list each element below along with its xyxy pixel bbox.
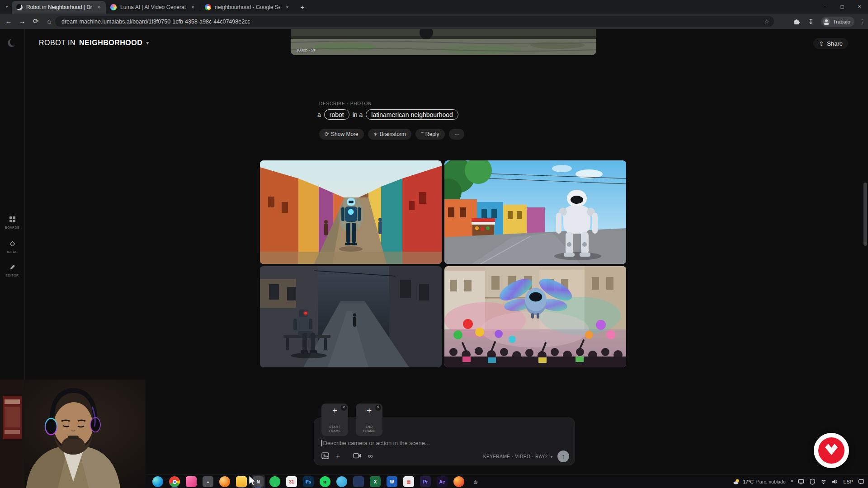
generated-image-2[interactable] xyxy=(444,160,626,264)
tab-google-search[interactable]: neighbourhood - Google Searc × xyxy=(200,1,294,14)
tab-dream-machine[interactable]: Robot in Neighborhood | Drea × xyxy=(12,1,106,14)
extensions-icon[interactable] xyxy=(793,18,800,25)
video-mode-icon[interactable] xyxy=(353,453,361,459)
home-button[interactable]: ⌂ xyxy=(43,17,55,25)
floating-logo-button[interactable] xyxy=(814,433,849,468)
maximize-button[interactable]: □ xyxy=(834,0,851,14)
taskbar-app-premiere[interactable]: Pr xyxy=(420,476,431,487)
address-bar[interactable]: dream-machine.lumalabs.ai/board/1f3f0750… xyxy=(55,16,774,27)
streamer-webcam-image xyxy=(0,380,146,488)
luma-color-favicon xyxy=(110,4,117,10)
bookmark-star-icon[interactable]: ☆ xyxy=(764,18,769,25)
prompt-input-placeholder: Describe camera or action in the scene..… xyxy=(323,440,430,446)
weather-widget[interactable]: 17°C Parc. nublado xyxy=(733,479,785,485)
weather-icon xyxy=(733,479,740,485)
board-title-text: ROBOT IN xyxy=(39,39,75,47)
taskbar-app-spotify[interactable]: ≋ xyxy=(320,476,330,487)
reply-button[interactable]: ”” Reply xyxy=(415,129,445,140)
taskbar-app-office-hub[interactable]: ▦ xyxy=(403,476,414,487)
luma-logo-icon[interactable] xyxy=(7,38,17,48)
tab-close-icon[interactable]: × xyxy=(284,4,291,11)
taskbar-app-browser-orange[interactable] xyxy=(219,476,230,487)
profile-name: Trabajo xyxy=(833,19,850,24)
profile-chip[interactable]: Trabajo xyxy=(821,17,854,27)
reload-button[interactable]: ⟳ xyxy=(30,17,42,25)
share-icon: ⇧ xyxy=(819,40,824,47)
sidebar-item-editor[interactable]: EDITOR xyxy=(0,264,24,277)
scene-prompt-input[interactable]: Describe camera or action in the scene..… xyxy=(321,438,430,448)
back-button[interactable]: ← xyxy=(3,17,14,25)
generated-image-1[interactable] xyxy=(260,160,442,264)
taskbar-app-firefox[interactable] xyxy=(453,476,464,487)
taskbar-app-word[interactable]: W xyxy=(387,476,397,487)
add-asset-icon[interactable]: + xyxy=(336,453,340,459)
tab-title: Luma AI | AI Video Generation xyxy=(120,4,186,10)
system-tray: 17°C Parc. nublado ^ ESP xyxy=(733,475,864,488)
share-button[interactable]: ⇧ Share xyxy=(813,38,848,49)
taskbar-app-green-chat[interactable] xyxy=(269,476,280,487)
sidebar-item-ideas[interactable]: IDEAS xyxy=(0,240,24,253)
sidebar-item-label: IDEAS xyxy=(0,250,24,253)
security-shield-icon[interactable] xyxy=(809,479,816,485)
loop-icon[interactable]: ∞ xyxy=(368,453,373,459)
taskbar-app-calculator[interactable]: = xyxy=(203,476,213,487)
prompt-composer: + START FRAME × + END FRAME × Describe c… xyxy=(314,418,575,465)
taskbar-app-after-effects[interactable]: Ae xyxy=(437,476,448,487)
generated-image-4[interactable] xyxy=(444,266,626,367)
prompt-text[interactable]: a robot in a latinamerican neighbourhood xyxy=(317,109,458,120)
taskbar-app-file-explorer[interactable] xyxy=(236,476,247,487)
start-frame-card[interactable]: + START FRAME × xyxy=(321,404,348,436)
new-tab-button[interactable]: + xyxy=(297,2,308,13)
reply-icon: ”” xyxy=(421,131,423,137)
tab-close-icon[interactable]: × xyxy=(95,4,102,11)
add-image-icon[interactable] xyxy=(321,452,329,459)
url-text[interactable]: dream-machine.lumalabs.ai/board/1f3f0750… xyxy=(61,19,764,25)
taskbar-app-telegram[interactable] xyxy=(336,476,347,487)
tab-luma-ai[interactable]: Luma AI | AI Video Generation × xyxy=(106,1,200,14)
remove-end-frame-icon[interactable]: × xyxy=(375,405,381,411)
brainstorm-button[interactable]: ∗ Brainstorm xyxy=(368,129,411,140)
show-more-button[interactable]: ⟳ Show More xyxy=(319,129,364,140)
mode-selector[interactable]: KEYFRAME · VIDEO · RAY2 ▾ xyxy=(483,454,553,459)
prompt-token-robot[interactable]: robot xyxy=(324,109,349,120)
volume-icon[interactable] xyxy=(832,479,838,485)
taskbar-app-excel[interactable]: X xyxy=(370,476,381,487)
tab-close-icon[interactable]: × xyxy=(189,4,196,11)
taskbar-app-edge[interactable] xyxy=(152,476,163,487)
notifications-icon[interactable] xyxy=(858,479,864,485)
hidden-icons-chevron[interactable]: ^ xyxy=(791,479,793,484)
video-quality-badge: 1080p · 5s xyxy=(296,48,316,52)
chevron-down-icon: ▾ xyxy=(146,40,149,46)
taskbar-apps: =N31Ps≋XW▦PrAe◎ xyxy=(152,476,481,487)
board-title[interactable]: ROBOT IN NEIGHBORHOOD ▾ xyxy=(39,39,149,47)
taskbar-app-calendar[interactable]: 31 xyxy=(286,476,297,487)
sidebar-item-boards[interactable]: BOARDS xyxy=(0,216,24,229)
keyboard-language[interactable]: ESP xyxy=(843,479,853,484)
remove-start-frame-icon[interactable]: × xyxy=(341,405,347,411)
page-scrollbar[interactable] xyxy=(863,183,867,246)
video-player[interactable]: 1080p · 5s xyxy=(291,29,596,55)
prompt-token-neighbourhood[interactable]: latinamerican neighbourhood xyxy=(366,109,458,120)
generate-button[interactable]: ↑ xyxy=(557,450,569,462)
flying-robot-festival-image xyxy=(444,266,626,367)
taskbar-app-obs[interactable]: ◎ xyxy=(470,476,481,487)
taskbar-app-photoshop[interactable]: Ps xyxy=(303,476,314,487)
taskbar-app-chrome[interactable] xyxy=(169,476,180,487)
generation-grid xyxy=(260,160,626,367)
end-frame-card[interactable]: + END FRAME × xyxy=(356,404,382,436)
red-v-logo-icon xyxy=(814,433,849,468)
display-cast-icon[interactable] xyxy=(798,479,804,485)
generated-image-3[interactable] xyxy=(260,266,442,367)
tab-title: neighbourhood - Google Searc xyxy=(215,4,280,10)
downloads-icon[interactable]: ↧ xyxy=(805,18,816,26)
browser-menu-icon[interactable]: ⋮ xyxy=(859,18,865,25)
editor-icon xyxy=(9,264,16,271)
minimize-button[interactable]: ─ xyxy=(816,0,834,14)
sitting-robot-alley-image xyxy=(260,266,442,367)
taskbar-app-media-pink[interactable] xyxy=(186,476,197,487)
window-close-button[interactable]: × xyxy=(851,0,868,14)
more-options-button[interactable]: ⋯ xyxy=(449,129,464,140)
forward-button[interactable]: → xyxy=(16,17,28,25)
wifi-icon[interactable] xyxy=(821,479,827,485)
taskbar-app-app-navy[interactable] xyxy=(353,476,364,487)
